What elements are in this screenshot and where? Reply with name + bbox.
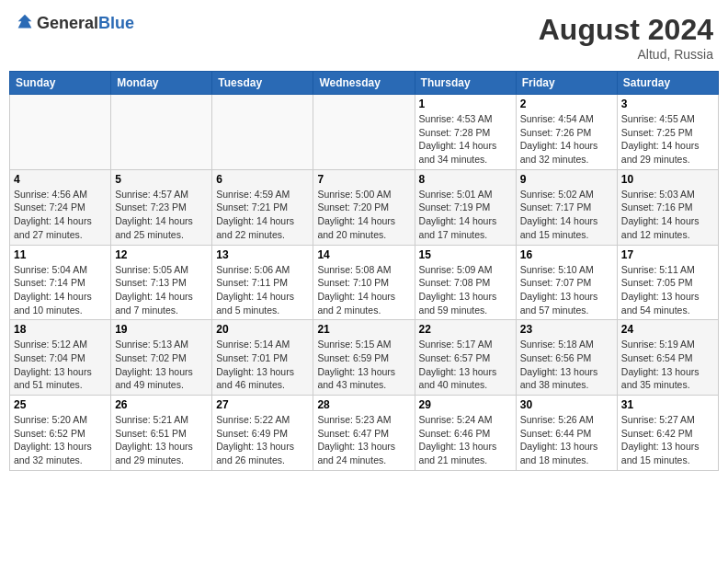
day-info: Sunrise: 4:57 AM Sunset: 7:23 PM Dayligh… bbox=[115, 188, 208, 242]
day-info: Sunrise: 5:14 AM Sunset: 7:01 PM Dayligh… bbox=[216, 338, 309, 392]
calendar-cell: 13Sunrise: 5:06 AM Sunset: 7:11 PM Dayli… bbox=[212, 245, 313, 320]
calendar-cell bbox=[111, 95, 212, 170]
day-number: 30 bbox=[520, 398, 613, 411]
weekday-header-sunday: Sunday bbox=[10, 72, 111, 95]
calendar-cell: 12Sunrise: 5:05 AM Sunset: 7:13 PM Dayli… bbox=[111, 245, 212, 320]
day-number: 10 bbox=[621, 173, 714, 186]
day-info: Sunrise: 5:12 AM Sunset: 7:04 PM Dayligh… bbox=[14, 338, 107, 392]
day-number: 8 bbox=[419, 173, 512, 186]
calendar-cell: 15Sunrise: 5:09 AM Sunset: 7:08 PM Dayli… bbox=[415, 245, 516, 320]
day-number: 5 bbox=[115, 173, 208, 186]
day-info: Sunrise: 5:22 AM Sunset: 6:49 PM Dayligh… bbox=[216, 413, 309, 467]
weekday-header-thursday: Thursday bbox=[415, 72, 516, 95]
day-number: 22 bbox=[419, 323, 512, 336]
calendar-table: SundayMondayTuesdayWednesdayThursdayFrid… bbox=[9, 71, 719, 471]
day-info: Sunrise: 5:27 AM Sunset: 6:42 PM Dayligh… bbox=[621, 413, 714, 467]
day-info: Sunrise: 4:56 AM Sunset: 7:24 PM Dayligh… bbox=[14, 188, 107, 242]
day-info: Sunrise: 4:53 AM Sunset: 7:28 PM Dayligh… bbox=[419, 112, 512, 167]
day-number: 13 bbox=[216, 248, 309, 261]
day-info: Sunrise: 5:05 AM Sunset: 7:13 PM Dayligh… bbox=[115, 263, 208, 317]
calendar-cell: 28Sunrise: 5:23 AM Sunset: 6:47 PM Dayli… bbox=[313, 396, 415, 471]
logo-blue: Blue bbox=[98, 14, 134, 32]
week-row-5: 25Sunrise: 5:20 AM Sunset: 6:52 PM Dayli… bbox=[10, 396, 719, 471]
day-number: 6 bbox=[216, 173, 309, 186]
day-info: Sunrise: 5:13 AM Sunset: 7:02 PM Dayligh… bbox=[115, 338, 208, 392]
weekday-header-friday: Friday bbox=[516, 72, 617, 95]
location: Altud, Russia bbox=[539, 47, 713, 62]
day-number: 7 bbox=[317, 173, 410, 186]
calendar-cell: 2Sunrise: 4:54 AM Sunset: 7:26 PM Daylig… bbox=[516, 95, 617, 170]
calendar-cell: 10Sunrise: 5:03 AM Sunset: 7:16 PM Dayli… bbox=[617, 169, 718, 245]
calendar-cell: 23Sunrise: 5:18 AM Sunset: 6:56 PM Dayli… bbox=[516, 320, 617, 396]
month-year: August 2024 bbox=[539, 13, 713, 47]
calendar-cell: 25Sunrise: 5:20 AM Sunset: 6:52 PM Dayli… bbox=[10, 396, 111, 471]
calendar-cell bbox=[10, 95, 111, 170]
day-info: Sunrise: 5:17 AM Sunset: 6:57 PM Dayligh… bbox=[419, 338, 512, 392]
day-info: Sunrise: 5:00 AM Sunset: 7:20 PM Dayligh… bbox=[317, 188, 410, 242]
day-info: Sunrise: 5:26 AM Sunset: 6:44 PM Dayligh… bbox=[520, 413, 613, 467]
day-number: 28 bbox=[317, 398, 410, 411]
day-number: 26 bbox=[115, 398, 208, 411]
day-number: 15 bbox=[419, 248, 512, 261]
day-info: Sunrise: 4:54 AM Sunset: 7:26 PM Dayligh… bbox=[520, 112, 613, 167]
day-number: 16 bbox=[520, 248, 613, 261]
weekday-header-saturday: Saturday bbox=[617, 72, 718, 95]
day-number: 31 bbox=[621, 398, 714, 411]
calendar-cell: 29Sunrise: 5:24 AM Sunset: 6:46 PM Dayli… bbox=[415, 396, 516, 471]
day-number: 21 bbox=[317, 323, 410, 336]
day-info: Sunrise: 4:55 AM Sunset: 7:25 PM Dayligh… bbox=[621, 112, 714, 167]
week-row-3: 11Sunrise: 5:04 AM Sunset: 7:14 PM Dayli… bbox=[10, 245, 719, 320]
calendar-cell: 24Sunrise: 5:19 AM Sunset: 6:54 PM Dayli… bbox=[617, 320, 718, 396]
day-info: Sunrise: 5:01 AM Sunset: 7:19 PM Dayligh… bbox=[419, 188, 512, 242]
day-info: Sunrise: 4:59 AM Sunset: 7:21 PM Dayligh… bbox=[216, 188, 309, 242]
calendar-cell: 18Sunrise: 5:12 AM Sunset: 7:04 PM Dayli… bbox=[10, 320, 111, 396]
calendar-cell bbox=[313, 95, 415, 170]
day-number: 27 bbox=[216, 398, 309, 411]
svg-marker-0 bbox=[18, 15, 32, 29]
calendar-cell: 14Sunrise: 5:08 AM Sunset: 7:10 PM Dayli… bbox=[313, 245, 415, 320]
day-number: 17 bbox=[621, 248, 714, 261]
calendar-cell: 1Sunrise: 4:53 AM Sunset: 7:28 PM Daylig… bbox=[415, 95, 516, 170]
day-number: 1 bbox=[419, 98, 512, 110]
calendar-cell: 20Sunrise: 5:14 AM Sunset: 7:01 PM Dayli… bbox=[212, 320, 313, 396]
calendar-cell: 22Sunrise: 5:17 AM Sunset: 6:57 PM Dayli… bbox=[415, 320, 516, 396]
day-info: Sunrise: 5:15 AM Sunset: 6:59 PM Dayligh… bbox=[317, 338, 410, 392]
day-info: Sunrise: 5:08 AM Sunset: 7:10 PM Dayligh… bbox=[317, 263, 410, 317]
page-header: GeneralBlue August 2024 Altud, Russia bbox=[9, 9, 719, 65]
calendar-cell: 7Sunrise: 5:00 AM Sunset: 7:20 PM Daylig… bbox=[313, 169, 415, 245]
day-number: 4 bbox=[14, 173, 107, 186]
day-info: Sunrise: 5:24 AM Sunset: 6:46 PM Dayligh… bbox=[419, 413, 512, 467]
day-number: 20 bbox=[216, 323, 309, 336]
day-info: Sunrise: 5:20 AM Sunset: 6:52 PM Dayligh… bbox=[14, 413, 107, 467]
logo: GeneralBlue bbox=[15, 13, 134, 33]
day-info: Sunrise: 5:03 AM Sunset: 7:16 PM Dayligh… bbox=[621, 188, 714, 242]
day-number: 18 bbox=[14, 323, 107, 336]
day-info: Sunrise: 5:11 AM Sunset: 7:05 PM Dayligh… bbox=[621, 263, 714, 317]
weekday-header-wednesday: Wednesday bbox=[313, 72, 415, 95]
day-info: Sunrise: 5:09 AM Sunset: 7:08 PM Dayligh… bbox=[419, 263, 512, 317]
day-number: 25 bbox=[14, 398, 107, 411]
day-number: 29 bbox=[419, 398, 512, 411]
day-number: 3 bbox=[621, 98, 714, 110]
calendar-cell bbox=[212, 95, 313, 170]
day-number: 14 bbox=[317, 248, 410, 261]
calendar-cell: 16Sunrise: 5:10 AM Sunset: 7:07 PM Dayli… bbox=[516, 245, 617, 320]
day-number: 19 bbox=[115, 323, 208, 336]
weekday-header-monday: Monday bbox=[111, 72, 212, 95]
day-info: Sunrise: 5:19 AM Sunset: 6:54 PM Dayligh… bbox=[621, 338, 714, 392]
day-info: Sunrise: 5:10 AM Sunset: 7:07 PM Dayligh… bbox=[520, 263, 613, 317]
day-info: Sunrise: 5:04 AM Sunset: 7:14 PM Dayligh… bbox=[14, 263, 107, 317]
calendar-cell: 30Sunrise: 5:26 AM Sunset: 6:44 PM Dayli… bbox=[516, 396, 617, 471]
day-info: Sunrise: 5:21 AM Sunset: 6:51 PM Dayligh… bbox=[115, 413, 208, 467]
week-row-1: 1Sunrise: 4:53 AM Sunset: 7:28 PM Daylig… bbox=[10, 95, 719, 170]
calendar-cell: 26Sunrise: 5:21 AM Sunset: 6:51 PM Dayli… bbox=[111, 396, 212, 471]
calendar-cell: 21Sunrise: 5:15 AM Sunset: 6:59 PM Dayli… bbox=[313, 320, 415, 396]
calendar-cell: 3Sunrise: 4:55 AM Sunset: 7:25 PM Daylig… bbox=[617, 95, 718, 170]
day-info: Sunrise: 5:06 AM Sunset: 7:11 PM Dayligh… bbox=[216, 263, 309, 317]
logo-icon bbox=[15, 13, 35, 33]
day-number: 23 bbox=[520, 323, 613, 336]
calendar-cell: 17Sunrise: 5:11 AM Sunset: 7:05 PM Dayli… bbox=[617, 245, 718, 320]
title-block: August 2024 Altud, Russia bbox=[539, 13, 713, 62]
day-info: Sunrise: 5:02 AM Sunset: 7:17 PM Dayligh… bbox=[520, 188, 613, 242]
day-number: 12 bbox=[115, 248, 208, 261]
